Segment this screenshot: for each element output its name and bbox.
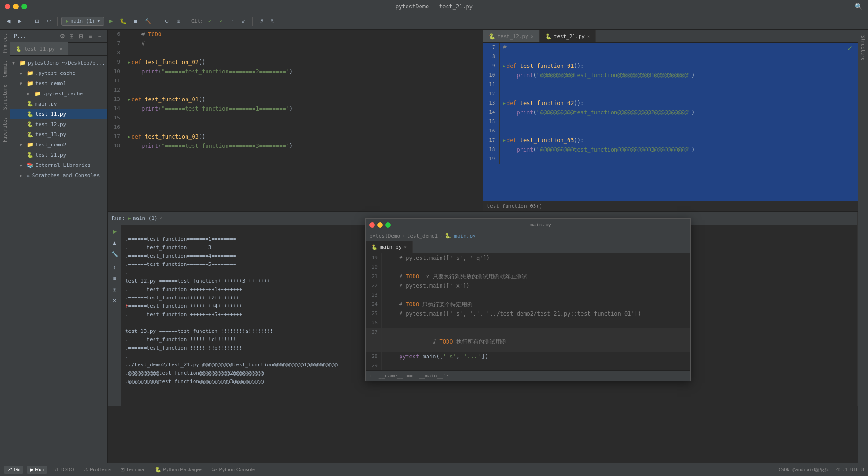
python-packages-btn[interactable]: 🐍 Python Packages bbox=[152, 466, 206, 474]
tree-item-pytest-cache-2[interactable]: ▶ 📁 .pytest_cache bbox=[10, 88, 107, 99]
panel-settings-icon[interactable]: ≡ bbox=[86, 32, 94, 40]
tab-close-test21[interactable]: × bbox=[587, 34, 590, 39]
tab-test12[interactable]: 🐍 test_12.py × bbox=[483, 30, 540, 42]
terminal-status-btn[interactable]: ⊡ Terminal bbox=[118, 466, 148, 474]
left-code-area[interactable]: 6 # TODO 7 # 8 9 bbox=[108, 30, 483, 211]
run-format-btn[interactable]: ≡ bbox=[110, 274, 119, 283]
stop-button[interactable]: ■ bbox=[131, 17, 140, 26]
breadcrumb-test-demo1: test_demo1 bbox=[407, 233, 438, 239]
run-configuration[interactable]: ▶ main (1) ▾ bbox=[61, 17, 104, 26]
git-checkmark-2[interactable]: ✓ bbox=[217, 17, 227, 26]
py-icon-test11: 🐍 bbox=[27, 111, 33, 117]
line-content-15 bbox=[128, 113, 483, 123]
floating-footer: if __name__ == '__main__': bbox=[366, 370, 690, 381]
debug-button[interactable]: 🐛 bbox=[117, 17, 129, 26]
floating-close-btn[interactable] bbox=[369, 222, 375, 228]
todo-icon: ☑ bbox=[53, 467, 58, 472]
panel-gear-icon[interactable]: ⚙ bbox=[58, 32, 67, 40]
tab-test21[interactable]: 🐍 test_21.py × bbox=[540, 30, 596, 42]
build-button[interactable]: 🔨 bbox=[142, 17, 154, 26]
git-checkmark-1[interactable]: ✓ bbox=[205, 17, 215, 26]
right-code-line-19: 19 bbox=[483, 154, 858, 164]
python-console-btn[interactable]: ≫ Python Console bbox=[209, 466, 258, 474]
tree-item-scratches[interactable]: ▶ ✏ Scratches and Consoles bbox=[10, 170, 107, 180]
run-expand-btn[interactable]: ⊞ bbox=[110, 285, 119, 294]
run-play-btn[interactable]: ▶ bbox=[110, 227, 119, 236]
sidebar-structure-label[interactable]: Structure bbox=[1, 81, 8, 113]
sidebar-favorites-label[interactable]: Favorites bbox=[1, 113, 8, 146]
run-wrench-btn[interactable]: 🔧 bbox=[110, 249, 119, 258]
right-code-area[interactable]: ✓ 7 # 8 9 ▶ def test_fu bbox=[483, 43, 858, 201]
floating-tab-close[interactable]: × bbox=[404, 245, 407, 250]
right-sidebar-label[interactable]: Structure bbox=[860, 32, 867, 64]
maximize-button[interactable] bbox=[21, 4, 27, 9]
file-tab-test11[interactable]: 🐍 test_11.py × bbox=[10, 42, 68, 55]
floating-code-area[interactable]: 19 # pytest.main(['-s', '-q']) 20 21 # T… bbox=[366, 253, 690, 370]
tree-item-main-py[interactable]: 🐍 main.py bbox=[10, 99, 107, 109]
project-panel: P... ⚙ ⊞ ⊟ ≡ − 🐍 test_11.py × ▼ 📁 pytest… bbox=[10, 30, 108, 476]
lib-icon-ext: 📚 bbox=[27, 162, 33, 168]
tab-close-test12[interactable]: × bbox=[531, 34, 534, 39]
float-lcontent-26 bbox=[386, 318, 690, 328]
run-tab-close[interactable]: × bbox=[160, 216, 162, 221]
line-content-11 bbox=[128, 76, 483, 86]
tree-item-test21-py[interactable]: 🐍 test_21.py bbox=[10, 150, 107, 160]
folder-icon-test-demo1: 📁 bbox=[27, 80, 33, 86]
toolbar-action-1[interactable]: ⊞ bbox=[32, 17, 42, 26]
tree-item-test-demo2[interactable]: ▼ 📁 test_demo2 bbox=[10, 139, 107, 150]
run-config-dropdown[interactable]: ▾ bbox=[97, 18, 100, 24]
project-panel-header: P... ⚙ ⊞ ⊟ ≡ − bbox=[10, 30, 107, 43]
run-toolbar: ▶ ▲ 🔧 ↕ ≡ ⊞ ✕ bbox=[108, 225, 121, 406]
tree-label-ext-libs: External Libraries bbox=[35, 162, 91, 168]
tree-item-ext-libs[interactable]: ▶ 📚 External Libraries bbox=[10, 160, 107, 170]
file-tab-test11-close[interactable]: × bbox=[60, 46, 62, 52]
tree-item-test-demo1[interactable]: ▼ 📁 test_demo1 bbox=[10, 78, 107, 88]
floating-max-btn[interactable] bbox=[385, 222, 391, 228]
run-close-btn[interactable]: ✕ bbox=[110, 296, 119, 305]
line-num-9: 9 bbox=[108, 58, 124, 67]
git-arrow-up[interactable]: ↑ bbox=[228, 17, 237, 26]
tree-arrow-root: ▼ bbox=[12, 60, 18, 66]
line-num-8: 8 bbox=[108, 48, 124, 58]
float-lnum-25: 25 bbox=[366, 309, 382, 318]
profiler-button[interactable]: ⊗ bbox=[174, 17, 183, 26]
line-num-15: 15 bbox=[108, 113, 124, 123]
panel-close-icon[interactable]: − bbox=[95, 32, 104, 40]
global-search-icon[interactable]: 🔍 bbox=[855, 3, 862, 10]
forward-button[interactable]: ▶ bbox=[15, 17, 24, 26]
tree-item-test12-py[interactable]: 🐍 test_12.py bbox=[10, 119, 107, 129]
panel-collapse-icon[interactable]: ⊟ bbox=[77, 32, 85, 40]
python-pkg-icon: 🐍 bbox=[155, 467, 161, 472]
tree-root-pytestdemo[interactable]: ▼ 📁 pytestDemo ~/Desktop/p... bbox=[10, 58, 107, 68]
run-scroll-btn[interactable]: ↕ bbox=[110, 263, 119, 272]
redo-button[interactable]: ↻ bbox=[268, 17, 278, 26]
git-status-btn[interactable]: ⎇ Git bbox=[4, 466, 23, 474]
toolbar-action-2[interactable]: ↩ bbox=[44, 17, 53, 26]
run-up-btn[interactable]: ▲ bbox=[110, 238, 119, 247]
floating-tab-main[interactable]: 🐍 main.py × bbox=[366, 241, 413, 253]
sidebar-commit-label[interactable]: Commit bbox=[1, 57, 8, 81]
tree-item-test11-py[interactable]: 🐍 test_11.py bbox=[10, 109, 107, 119]
terminal-icon: ⊡ bbox=[120, 467, 125, 472]
minimize-button[interactable] bbox=[13, 4, 19, 9]
coverage-button[interactable]: ⊕ bbox=[162, 17, 172, 26]
right-sidebar: Structure bbox=[858, 30, 868, 476]
floating-min-btn[interactable] bbox=[377, 222, 383, 228]
run-button[interactable]: ▶ bbox=[106, 17, 115, 26]
checkmark-icon: ✓ bbox=[848, 44, 852, 53]
close-button[interactable] bbox=[5, 4, 10, 9]
float-lcontent-20 bbox=[386, 263, 690, 272]
run-status-btn[interactable]: ▶ Run bbox=[27, 466, 47, 474]
run-tab[interactable]: ▶ main (1) × bbox=[128, 215, 162, 221]
git-arrow-down[interactable]: ↙ bbox=[239, 17, 248, 26]
problems-status-btn[interactable]: ⚠ Problems bbox=[81, 466, 114, 474]
line-content-16 bbox=[128, 123, 483, 132]
todo-status-btn[interactable]: ☑ TODO bbox=[51, 466, 77, 474]
right-line-content-17: def test_function_03(): bbox=[507, 136, 858, 145]
back-button[interactable]: ◀ bbox=[4, 17, 13, 26]
undo-button[interactable]: ↺ bbox=[256, 17, 266, 26]
panel-expand-icon[interactable]: ⊞ bbox=[67, 32, 76, 40]
tree-item-pytest-cache-1[interactable]: ▶ 📁 .pytest_cache bbox=[10, 68, 107, 78]
tree-item-test13-py[interactable]: 🐍 test_13.py bbox=[10, 129, 107, 139]
sidebar-project-label[interactable]: Project bbox=[1, 30, 8, 57]
